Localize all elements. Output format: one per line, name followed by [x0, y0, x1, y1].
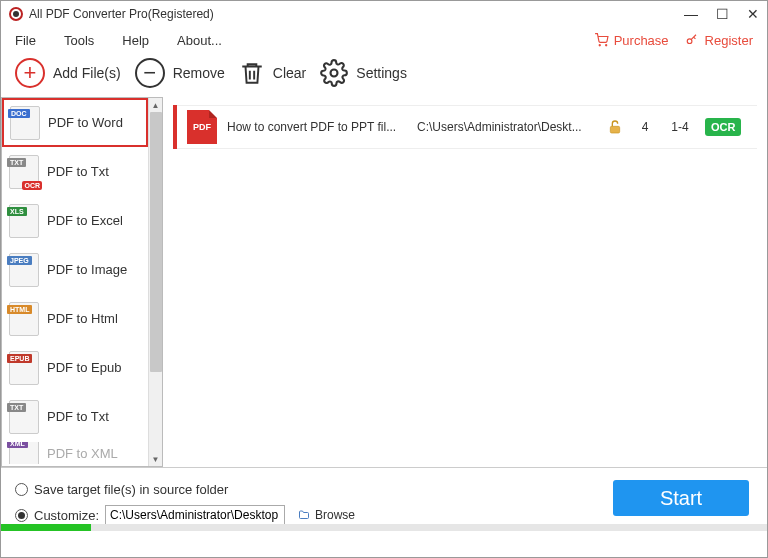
ocr-badge[interactable]: OCR — [705, 118, 741, 136]
clear-label: Clear — [273, 65, 306, 81]
trash-icon — [239, 60, 265, 86]
radio-save-source[interactable] — [15, 483, 28, 496]
output-path-input[interactable] — [105, 505, 285, 525]
lock-icon[interactable] — [607, 118, 625, 136]
scroll-up-button[interactable]: ▲ — [149, 98, 162, 112]
clear-button[interactable]: Clear — [239, 60, 306, 86]
menu-file[interactable]: File — [15, 33, 36, 48]
register-link[interactable]: Register — [685, 33, 753, 48]
radio-customize[interactable] — [15, 509, 28, 522]
pdf-icon: PDF — [187, 110, 217, 144]
txt-icon: TXT — [9, 400, 39, 434]
sidebar: DOC PDF to Word TXTOCR PDF to Txt XLS PD… — [1, 97, 163, 467]
epub-icon: EPUB — [9, 351, 39, 385]
start-button[interactable]: Start — [613, 480, 749, 516]
window-title: All PDF Converter Pro(Registered) — [29, 7, 684, 21]
window-controls: — ☐ ✕ — [684, 6, 759, 22]
sidebar-item-label: PDF to XML — [47, 446, 118, 461]
menu-tools[interactable]: Tools — [64, 33, 94, 48]
purchase-link[interactable]: Purchase — [594, 33, 669, 48]
sidebar-list: DOC PDF to Word TXTOCR PDF to Txt XLS PD… — [2, 98, 148, 466]
add-files-button[interactable]: Add File(s) — [15, 58, 121, 88]
sidebar-item-label: PDF to Image — [47, 262, 127, 277]
add-files-label: Add File(s) — [53, 65, 121, 81]
svg-point-0 — [599, 45, 600, 46]
page-count: 4 — [635, 120, 655, 134]
progress-bar — [1, 524, 767, 531]
minimize-button[interactable]: — — [684, 6, 698, 22]
remove-button[interactable]: Remove — [135, 58, 225, 88]
browse-button[interactable]: Browse — [297, 508, 355, 522]
menubar: File Tools Help About... Purchase Regist… — [1, 27, 767, 53]
html-icon: HTML — [9, 302, 39, 336]
txt-icon: TXTOCR — [9, 155, 39, 189]
menu-help[interactable]: Help — [122, 33, 149, 48]
menu-about[interactable]: About... — [177, 33, 222, 48]
sidebar-item-pdf-to-excel[interactable]: XLS PDF to Excel — [2, 196, 148, 245]
jpeg-icon: JPEG — [9, 253, 39, 287]
scrollbar-thumb[interactable] — [150, 112, 162, 372]
close-button[interactable]: ✕ — [747, 6, 759, 22]
sidebar-item-label: PDF to Epub — [47, 360, 121, 375]
file-row[interactable]: PDF How to convert PDF to PPT fil... C:\… — [173, 105, 757, 149]
browse-label: Browse — [315, 508, 355, 522]
page-range[interactable]: 1-4 — [665, 120, 695, 134]
sidebar-item-label: PDF to Word — [48, 115, 123, 130]
folder-icon — [297, 509, 311, 521]
settings-label: Settings — [356, 65, 407, 81]
svg-point-3 — [331, 69, 338, 76]
minus-icon — [135, 58, 165, 88]
sidebar-item-pdf-to-txt[interactable]: TXT PDF to Txt — [2, 392, 148, 441]
main-area: DOC PDF to Word TXTOCR PDF to Txt XLS PD… — [1, 97, 767, 467]
settings-button[interactable]: Settings — [320, 59, 407, 87]
sidebar-scrollbar[interactable]: ▲ ▼ — [148, 98, 162, 466]
svg-point-2 — [687, 39, 692, 44]
maximize-button[interactable]: ☐ — [716, 6, 729, 22]
cart-icon — [594, 33, 609, 47]
progress-fill — [1, 524, 91, 531]
save-source-label: Save target file(s) in source folder — [34, 482, 228, 497]
sidebar-item-label: PDF to Excel — [47, 213, 123, 228]
xls-icon: XLS — [9, 204, 39, 238]
register-label: Register — [705, 33, 753, 48]
xml-icon: XML — [9, 441, 39, 465]
remove-label: Remove — [173, 65, 225, 81]
svg-point-1 — [605, 45, 606, 46]
bottom-panel: Save target file(s) in source folder Cus… — [1, 467, 767, 531]
plus-icon — [15, 58, 45, 88]
gear-icon — [320, 59, 348, 87]
app-icon — [9, 7, 23, 21]
selection-indicator — [173, 105, 177, 149]
sidebar-item-label: PDF to Txt — [47, 409, 109, 424]
sidebar-item-label: PDF to Html — [47, 311, 118, 326]
sidebar-item-pdf-to-epub[interactable]: EPUB PDF to Epub — [2, 343, 148, 392]
file-name: How to convert PDF to PPT fil... — [227, 120, 407, 134]
key-icon — [685, 33, 700, 47]
purchase-label: Purchase — [614, 33, 669, 48]
sidebar-item-pdf-to-xml[interactable]: XML PDF to XML — [2, 441, 148, 465]
titlebar: All PDF Converter Pro(Registered) — ☐ ✕ — [1, 1, 767, 27]
toolbar: Add File(s) Remove Clear Settings — [1, 53, 767, 97]
file-list: PDF How to convert PDF to PPT fil... C:\… — [163, 97, 767, 467]
scroll-down-button[interactable]: ▼ — [149, 452, 162, 466]
svg-rect-4 — [610, 126, 619, 133]
customize-label: Customize: — [34, 508, 99, 523]
sidebar-item-pdf-to-image[interactable]: JPEG PDF to Image — [2, 245, 148, 294]
sidebar-item-pdf-to-html[interactable]: HTML PDF to Html — [2, 294, 148, 343]
sidebar-item-pdf-to-word[interactable]: DOC PDF to Word — [2, 98, 148, 147]
sidebar-item-pdf-to-txt-ocr[interactable]: TXTOCR PDF to Txt — [2, 147, 148, 196]
file-path: C:\Users\Administrator\Deskt... — [417, 120, 597, 134]
sidebar-item-label: PDF to Txt — [47, 164, 109, 179]
doc-icon: DOC — [10, 106, 40, 140]
